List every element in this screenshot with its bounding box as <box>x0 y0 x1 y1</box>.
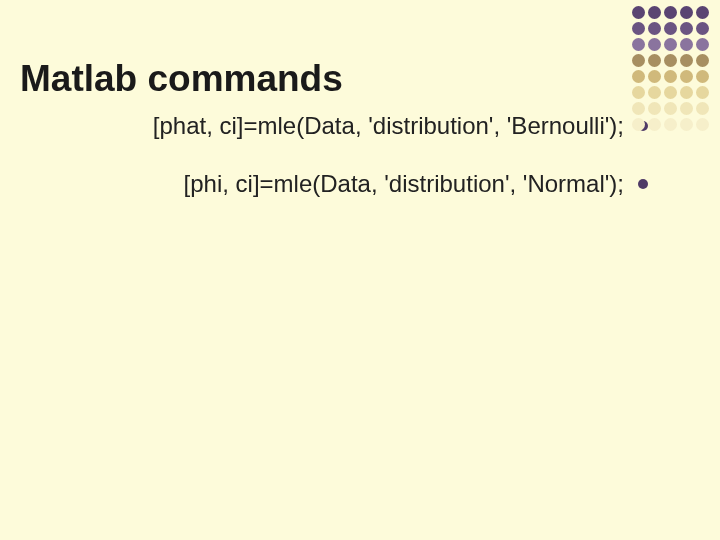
decor-dot-icon <box>680 22 693 35</box>
decor-dot-icon <box>680 6 693 19</box>
slide-title: Matlab commands <box>20 59 343 100</box>
decor-dot-icon <box>680 118 693 131</box>
decor-dot-icon <box>648 102 661 115</box>
bullet-dot-icon <box>638 179 648 189</box>
decor-dot-icon <box>680 38 693 51</box>
decor-dot-icon <box>632 6 645 19</box>
decor-dot-icon <box>680 70 693 83</box>
decor-dot-icon <box>664 102 677 115</box>
decor-dot-icon <box>696 54 709 67</box>
decor-dot-icon <box>696 118 709 131</box>
decor-dot-icon <box>664 54 677 67</box>
decor-dot-icon <box>632 54 645 67</box>
decor-dot-icon <box>696 6 709 19</box>
decor-dot-icon <box>664 70 677 83</box>
bullet-item: [phi, ci]=mle(Data, 'distribution', 'Nor… <box>56 170 648 198</box>
bullet-list: [phat, ci]=mle(Data, 'distribution', 'Be… <box>56 112 648 198</box>
corner-dot-grid-icon <box>632 6 710 132</box>
decor-dot-icon <box>632 70 645 83</box>
slide: Matlab commands [phat, ci]=mle(Data, 'di… <box>0 0 720 540</box>
decor-dot-icon <box>632 86 645 99</box>
decor-dot-icon <box>632 118 645 131</box>
decor-dot-icon <box>648 54 661 67</box>
decor-dot-icon <box>648 38 661 51</box>
decor-dot-icon <box>696 22 709 35</box>
decor-dot-icon <box>680 54 693 67</box>
decor-dot-icon <box>664 38 677 51</box>
decor-dot-icon <box>632 22 645 35</box>
decor-dot-icon <box>680 86 693 99</box>
decor-dot-icon <box>696 70 709 83</box>
decor-dot-icon <box>664 118 677 131</box>
decor-dot-icon <box>696 38 709 51</box>
decor-dot-icon <box>680 102 693 115</box>
decor-dot-icon <box>632 38 645 51</box>
decor-dot-icon <box>648 6 661 19</box>
decor-dot-icon <box>664 22 677 35</box>
decor-dot-icon <box>696 102 709 115</box>
bullet-text: [phat, ci]=mle(Data, 'distribution', 'Be… <box>153 112 624 140</box>
decor-dot-icon <box>664 6 677 19</box>
decor-dot-icon <box>648 70 661 83</box>
decor-dot-icon <box>648 86 661 99</box>
decor-dot-icon <box>648 118 661 131</box>
decor-dot-icon <box>696 86 709 99</box>
bullet-text: [phi, ci]=mle(Data, 'distribution', 'Nor… <box>184 170 624 198</box>
bullet-item: [phat, ci]=mle(Data, 'distribution', 'Be… <box>56 112 648 140</box>
decor-dot-icon <box>664 86 677 99</box>
decor-dot-icon <box>632 102 645 115</box>
decor-dot-icon <box>648 22 661 35</box>
